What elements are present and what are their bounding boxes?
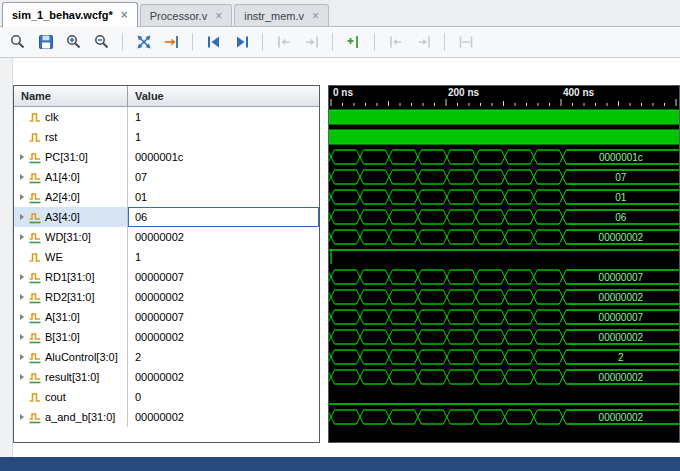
toolbar-separator bbox=[262, 33, 263, 51]
waveform-canvas[interactable]: 0 ns200 ns400 ns0000001c0701060000000200… bbox=[329, 86, 679, 442]
signal-name-cell: WD[31:0] bbox=[14, 227, 128, 247]
signal-row-pc-31-0[interactable]: PC[31:0]0000001c bbox=[14, 147, 319, 167]
close-icon[interactable]: × bbox=[215, 10, 222, 22]
expander-icon[interactable] bbox=[15, 274, 28, 280]
wave-clk[interactable] bbox=[329, 110, 679, 124]
zoom-fit-icon bbox=[135, 33, 153, 51]
goto-time-0-button[interactable] bbox=[201, 30, 226, 54]
signal-icon bbox=[28, 130, 42, 144]
signal-name-cell: rst bbox=[14, 127, 128, 147]
signal-value[interactable]: 06 bbox=[128, 207, 319, 227]
signal-row-clk[interactable]: clk1 bbox=[14, 107, 319, 127]
svg-text:07: 07 bbox=[615, 172, 627, 183]
expander-icon[interactable] bbox=[15, 414, 28, 420]
signal-name-cell: B[31:0] bbox=[14, 327, 128, 347]
signal-row-result-31-0[interactable]: result[31:0]00000002 bbox=[14, 367, 319, 387]
status-bar bbox=[0, 457, 680, 471]
save-icon bbox=[37, 33, 55, 51]
signal-value[interactable]: 00000002 bbox=[128, 367, 319, 387]
tab-sim-1-behav-wcfg[interactable]: sim_1_behav.wcfg*× bbox=[2, 2, 138, 27]
tab-processor-v[interactable]: Processor.v× bbox=[140, 4, 232, 26]
signal-row-a-31-0[interactable]: A[31:0]00000007 bbox=[14, 307, 319, 327]
expander-icon[interactable] bbox=[15, 214, 28, 220]
expander-icon[interactable] bbox=[15, 154, 28, 160]
signal-name: B[31:0] bbox=[45, 331, 80, 343]
signal-name-cell: result[31:0] bbox=[14, 367, 128, 387]
save-button[interactable] bbox=[33, 30, 58, 54]
tab-instr-mem-v[interactable]: instr_mem.v× bbox=[234, 4, 329, 26]
signal-value[interactable]: 00000007 bbox=[128, 267, 319, 287]
swap-cursors-button bbox=[453, 30, 478, 54]
wave-a1-4-0[interactable]: 07 bbox=[329, 170, 679, 184]
wave-we[interactable] bbox=[329, 250, 679, 264]
close-icon[interactable]: × bbox=[121, 9, 128, 21]
wave-rst[interactable] bbox=[329, 130, 679, 144]
signal-value[interactable]: 0000001c bbox=[128, 147, 319, 167]
signal-row-a3-4-0[interactable]: A3[4:0]06 bbox=[14, 207, 319, 227]
signal-value[interactable]: 2 bbox=[128, 347, 319, 367]
expander-icon[interactable] bbox=[15, 374, 28, 380]
wave-result-31-0[interactable]: 00000002 bbox=[329, 370, 679, 384]
wave-wd-31-0[interactable]: 00000002 bbox=[329, 230, 679, 244]
signal-row-rd2-31-0[interactable]: RD2[31:0]00000002 bbox=[14, 287, 319, 307]
wave-a-31-0[interactable]: 00000007 bbox=[329, 310, 679, 324]
column-header-name[interactable]: Name bbox=[14, 86, 128, 106]
wave-alucontrol-3-0[interactable]: 2 bbox=[329, 350, 679, 364]
wave-rd2-31-0[interactable]: 00000002 bbox=[329, 290, 679, 304]
wave-a2-4-0[interactable]: 01 bbox=[329, 190, 679, 204]
zoom-in-button[interactable] bbox=[61, 30, 86, 54]
svg-text:00000007: 00000007 bbox=[599, 272, 644, 283]
expander-icon[interactable] bbox=[15, 294, 28, 300]
signal-row-we[interactable]: WE1 bbox=[14, 247, 319, 267]
wave-rd1-31-0[interactable]: 00000007 bbox=[329, 270, 679, 284]
signal-name: AluControl[3:0] bbox=[45, 351, 118, 363]
zoom-in-icon bbox=[65, 33, 83, 51]
zoom-out-button[interactable] bbox=[89, 30, 114, 54]
signal-row-rd1-31-0[interactable]: RD1[31:0]00000007 bbox=[14, 267, 319, 287]
signal-value[interactable]: 00000007 bbox=[128, 307, 319, 327]
signal-icon bbox=[28, 390, 42, 404]
next-marker-button bbox=[411, 30, 436, 54]
zoom-fit-button[interactable] bbox=[131, 30, 156, 54]
signal-row-alucontrol-3-0[interactable]: AluControl[3:0]2 bbox=[14, 347, 319, 367]
add-marker-button[interactable] bbox=[341, 30, 366, 54]
signal-value[interactable]: 01 bbox=[128, 187, 319, 207]
signal-value[interactable]: 00000002 bbox=[128, 287, 319, 307]
column-header-value[interactable]: Value bbox=[128, 90, 164, 102]
signal-icon bbox=[28, 410, 42, 424]
panel-splitter[interactable] bbox=[320, 85, 328, 443]
expander-icon[interactable] bbox=[15, 314, 28, 320]
signal-value[interactable]: 1 bbox=[128, 107, 319, 127]
signal-row-wd-31-0[interactable]: WD[31:0]00000002 bbox=[14, 227, 319, 247]
expander-icon[interactable] bbox=[15, 334, 28, 340]
zoom-to-cursor-button[interactable] bbox=[159, 30, 184, 54]
signal-value[interactable]: 00000002 bbox=[128, 227, 319, 247]
signal-value[interactable]: 07 bbox=[128, 167, 319, 187]
signal-row-a-and-b-31-0[interactable]: a_and_b[31:0]00000002 bbox=[14, 407, 319, 427]
close-icon[interactable]: × bbox=[312, 10, 319, 22]
signal-value[interactable]: 1 bbox=[128, 247, 319, 267]
signal-value[interactable]: 0 bbox=[128, 387, 319, 407]
wave-b-31-0[interactable]: 00000002 bbox=[329, 330, 679, 344]
signal-value[interactable]: 1 bbox=[128, 127, 319, 147]
wave-a3-4-0[interactable]: 06 bbox=[329, 210, 679, 224]
expander-icon[interactable] bbox=[15, 354, 28, 360]
wave-pc-31-0[interactable]: 0000001c bbox=[329, 150, 679, 164]
timeline-ruler[interactable]: 0 ns200 ns400 ns bbox=[329, 86, 679, 107]
search-button[interactable] bbox=[5, 30, 30, 54]
signal-name: RD1[31:0] bbox=[45, 271, 95, 283]
expander-icon[interactable] bbox=[15, 194, 28, 200]
expander-icon[interactable] bbox=[15, 234, 28, 240]
svg-text:00000002: 00000002 bbox=[599, 332, 644, 343]
goto-time-end-button[interactable] bbox=[229, 30, 254, 54]
signal-icon bbox=[28, 250, 42, 264]
signal-row-a1-4-0[interactable]: A1[4:0]07 bbox=[14, 167, 319, 187]
expander-icon[interactable] bbox=[15, 174, 28, 180]
wave-a-and-b-31-0[interactable]: 00000002 bbox=[329, 410, 679, 424]
signal-row-cout[interactable]: cout0 bbox=[14, 387, 319, 407]
signal-row-rst[interactable]: rst1 bbox=[14, 127, 319, 147]
signal-value[interactable]: 00000002 bbox=[128, 407, 319, 427]
signal-value[interactable]: 00000002 bbox=[128, 327, 319, 347]
signal-row-b-31-0[interactable]: B[31:0]00000002 bbox=[14, 327, 319, 347]
signal-row-a2-4-0[interactable]: A2[4:0]01 bbox=[14, 187, 319, 207]
